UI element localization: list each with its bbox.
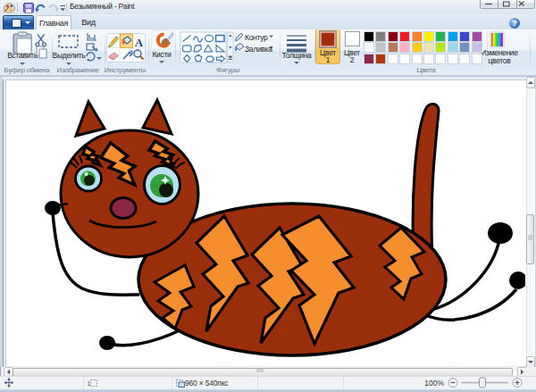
svg-text:A: A: [135, 36, 144, 49]
